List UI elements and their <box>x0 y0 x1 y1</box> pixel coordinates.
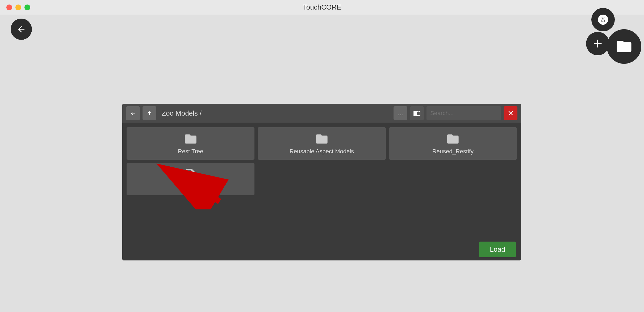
folder-icon-rest-tree <box>184 132 198 146</box>
toolbar-book-button[interactable] <box>410 106 424 120</box>
toolbar-up-icon <box>147 110 152 116</box>
folder-button[interactable] <box>607 29 641 64</box>
traffic-light-yellow[interactable] <box>15 5 21 10</box>
book-icon <box>413 109 421 117</box>
app-title: TouchCORE <box>303 3 341 11</box>
close-label: ✕ <box>508 109 514 118</box>
back-button[interactable] <box>11 19 32 40</box>
load-button[interactable]: Load <box>479 242 516 257</box>
dialog-toolbar: Zoo Models / ... ✕ <box>122 104 521 123</box>
traffic-light-green[interactable] <box>24 5 30 10</box>
folder-icon-reusable <box>315 132 329 146</box>
dialog-content: Rest Tree Reusable Aspect Models Reused_… <box>122 123 521 238</box>
traffic-lights <box>6 5 30 10</box>
top-right-icons <box>578 8 641 82</box>
title-bar: TouchCORE <box>0 0 644 15</box>
app-store-button[interactable] <box>591 8 615 31</box>
search-input[interactable] <box>426 106 501 120</box>
toolbar-up-button[interactable] <box>143 106 156 120</box>
dialog-footer: Load <box>122 238 521 260</box>
file-browser-dialog: Zoo Models / ... ✕ Rest Tree Reusab <box>122 104 521 260</box>
file-icon-zoo-core <box>184 168 198 182</box>
folder-icon <box>615 38 633 55</box>
toolbar-path: Zoo Models / <box>159 109 391 117</box>
back-icon <box>16 24 26 34</box>
add-button[interactable] <box>586 32 609 55</box>
dialog-close-button[interactable]: ✕ <box>504 106 517 120</box>
file-item-rest-tree[interactable]: Rest Tree <box>127 127 254 160</box>
file-item-reusable-aspect-models[interactable]: Reusable Aspect Models <box>258 127 386 160</box>
file-item-zoo-core-label: Zoo.core <box>179 184 202 191</box>
traffic-light-red[interactable] <box>6 5 12 10</box>
file-item-reused-restify[interactable]: Reused_Restify <box>389 127 517 160</box>
ellipsis-label: ... <box>398 109 403 117</box>
file-item-reused-label: Reused_Restify <box>432 148 474 155</box>
app-store-icon <box>597 14 609 26</box>
file-item-rest-tree-label: Rest Tree <box>178 148 203 155</box>
file-item-zoo-core[interactable]: Zoo.core <box>127 163 254 195</box>
toolbar-ellipsis-button[interactable]: ... <box>394 106 407 120</box>
file-item-reusable-label: Reusable Aspect Models <box>290 148 354 155</box>
toolbar-back-button[interactable] <box>126 106 140 120</box>
folder-icon-reused <box>446 132 460 146</box>
toolbar-back-icon <box>130 110 136 116</box>
add-icon <box>591 37 604 50</box>
